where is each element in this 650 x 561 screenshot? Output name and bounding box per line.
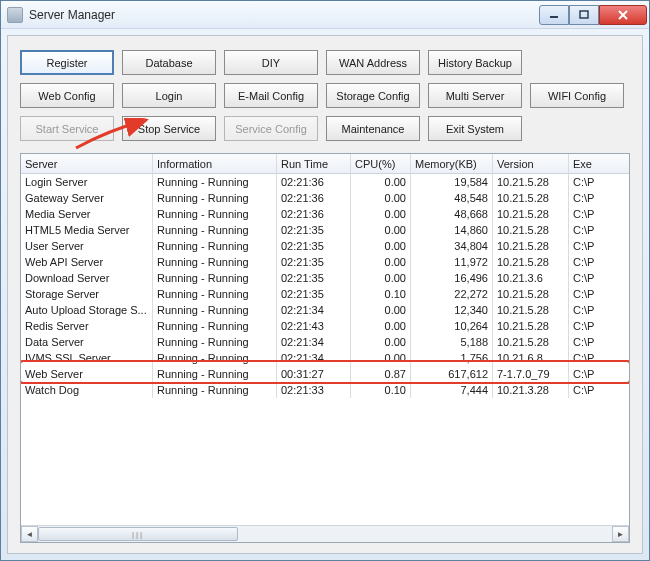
scroll-thumb[interactable]: ||| bbox=[38, 527, 238, 541]
table-row[interactable]: Watch DogRunning - Running02:21:330.107,… bbox=[21, 382, 629, 398]
cell: C:\P bbox=[569, 174, 615, 190]
cell: 0.00 bbox=[351, 254, 411, 270]
cell: 02:21:35 bbox=[277, 270, 351, 286]
cell: Running - Running bbox=[153, 206, 277, 222]
cell: C:\P bbox=[569, 254, 615, 270]
cell: 02:21:34 bbox=[277, 350, 351, 366]
cell: Redis Server bbox=[21, 318, 153, 334]
col-information[interactable]: Information bbox=[153, 154, 277, 173]
exit-system-button[interactable]: Exit System bbox=[428, 116, 522, 141]
cell: 0.00 bbox=[351, 206, 411, 222]
maximize-button[interactable] bbox=[569, 5, 599, 25]
cell: 10.21.6.8 bbox=[493, 350, 569, 366]
cell: 0.00 bbox=[351, 302, 411, 318]
scroll-track[interactable]: ||| bbox=[38, 526, 612, 542]
cell: 02:21:36 bbox=[277, 206, 351, 222]
cell: 19,584 bbox=[411, 174, 493, 190]
diy-button[interactable]: DIY bbox=[224, 50, 318, 75]
cell: 02:21:35 bbox=[277, 286, 351, 302]
cell: 7-1.7.0_79 bbox=[493, 366, 569, 382]
horizontal-scrollbar[interactable]: ◄ ||| ► bbox=[21, 525, 629, 542]
scroll-left-button[interactable]: ◄ bbox=[21, 526, 38, 542]
table-row[interactable]: Data ServerRunning - Running02:21:340.00… bbox=[21, 334, 629, 350]
cell: 00:31:27 bbox=[277, 366, 351, 382]
cell: 11,972 bbox=[411, 254, 493, 270]
cell: 0.00 bbox=[351, 190, 411, 206]
cell: 02:21:35 bbox=[277, 254, 351, 270]
maximize-icon bbox=[579, 10, 589, 20]
cell: Running - Running bbox=[153, 318, 277, 334]
cell: 02:21:35 bbox=[277, 222, 351, 238]
wifi-config-button[interactable]: WIFI Config bbox=[530, 83, 624, 108]
cell: C:\P bbox=[569, 206, 615, 222]
cell: 48,668 bbox=[411, 206, 493, 222]
history-backup-button[interactable]: History Backup bbox=[428, 50, 522, 75]
table-row[interactable]: Gateway ServerRunning - Running02:21:360… bbox=[21, 190, 629, 206]
minimize-icon bbox=[549, 10, 559, 20]
cell: 0.10 bbox=[351, 382, 411, 398]
database-button[interactable]: Database bbox=[122, 50, 216, 75]
login-button[interactable]: Login bbox=[122, 83, 216, 108]
cell: 617,612 bbox=[411, 366, 493, 382]
wan-address-button[interactable]: WAN Address bbox=[326, 50, 420, 75]
start-service-button: Start Service bbox=[20, 116, 114, 141]
cell: 0.00 bbox=[351, 270, 411, 286]
cell: 02:21:35 bbox=[277, 238, 351, 254]
table-row[interactable]: Web API ServerRunning - Running02:21:350… bbox=[21, 254, 629, 270]
cell: Running - Running bbox=[153, 254, 277, 270]
col-version[interactable]: Version bbox=[493, 154, 569, 173]
table-row[interactable]: Redis ServerRunning - Running02:21:430.0… bbox=[21, 318, 629, 334]
table-row[interactable]: Download ServerRunning - Running02:21:35… bbox=[21, 270, 629, 286]
table-row[interactable]: Storage ServerRunning - Running02:21:350… bbox=[21, 286, 629, 302]
maintenance-button[interactable]: Maintenance bbox=[326, 116, 420, 141]
col-exe[interactable]: Exe bbox=[569, 154, 615, 173]
table-row[interactable]: Media ServerRunning - Running02:21:360.0… bbox=[21, 206, 629, 222]
cell: 10.21.5.28 bbox=[493, 238, 569, 254]
col-run-time[interactable]: Run Time bbox=[277, 154, 351, 173]
e-mail-config-button[interactable]: E-Mail Config bbox=[224, 83, 318, 108]
cell: Running - Running bbox=[153, 382, 277, 398]
cell: 0.87 bbox=[351, 366, 411, 382]
cell: 02:21:33 bbox=[277, 382, 351, 398]
titlebar[interactable]: Server Manager bbox=[1, 1, 649, 29]
window-title: Server Manager bbox=[29, 8, 539, 22]
table-row[interactable]: Auto Upload Storage S...Running - Runnin… bbox=[21, 302, 629, 318]
table-row[interactable]: User ServerRunning - Running02:21:350.00… bbox=[21, 238, 629, 254]
cell: Running - Running bbox=[153, 334, 277, 350]
svg-rect-1 bbox=[580, 11, 588, 18]
cell: 0.00 bbox=[351, 334, 411, 350]
close-icon bbox=[617, 10, 629, 20]
col-memory-kb[interactable]: Memory(KB) bbox=[411, 154, 493, 173]
storage-config-button[interactable]: Storage Config bbox=[326, 83, 420, 108]
close-button[interactable] bbox=[599, 5, 647, 25]
scroll-right-button[interactable]: ► bbox=[612, 526, 629, 542]
cell: 10.21.3.28 bbox=[493, 382, 569, 398]
cell: C:\P bbox=[569, 270, 615, 286]
table-row[interactable]: HTML5 Media ServerRunning - Running02:21… bbox=[21, 222, 629, 238]
cell: Data Server bbox=[21, 334, 153, 350]
table-header: ServerInformationRun TimeCPU(%)Memory(KB… bbox=[21, 154, 629, 174]
cell: C:\P bbox=[569, 366, 615, 382]
stop-service-button[interactable]: Stop Service bbox=[122, 116, 216, 141]
cell: User Server bbox=[21, 238, 153, 254]
col-cpu[interactable]: CPU(%) bbox=[351, 154, 411, 173]
cell: Web Server bbox=[21, 366, 153, 382]
multi-server-button[interactable]: Multi Server bbox=[428, 83, 522, 108]
table-row[interactable]: Web ServerRunning - Running00:31:270.876… bbox=[21, 366, 629, 382]
web-config-button[interactable]: Web Config bbox=[20, 83, 114, 108]
cell: 22,272 bbox=[411, 286, 493, 302]
cell: C:\P bbox=[569, 286, 615, 302]
col-server[interactable]: Server bbox=[21, 154, 153, 173]
register-button[interactable]: Register bbox=[20, 50, 114, 75]
service-config-button: Service Config bbox=[224, 116, 318, 141]
cell: Running - Running bbox=[153, 222, 277, 238]
minimize-button[interactable] bbox=[539, 5, 569, 25]
table-row[interactable]: Login ServerRunning - Running02:21:360.0… bbox=[21, 174, 629, 190]
cell: 16,496 bbox=[411, 270, 493, 286]
cell: Auto Upload Storage S... bbox=[21, 302, 153, 318]
cell: Running - Running bbox=[153, 286, 277, 302]
table-row[interactable]: IVMS SSL ServerRunning - Running02:21:34… bbox=[21, 350, 629, 366]
cell: 10.21.5.28 bbox=[493, 334, 569, 350]
cell: Storage Server bbox=[21, 286, 153, 302]
cell: C:\P bbox=[569, 238, 615, 254]
